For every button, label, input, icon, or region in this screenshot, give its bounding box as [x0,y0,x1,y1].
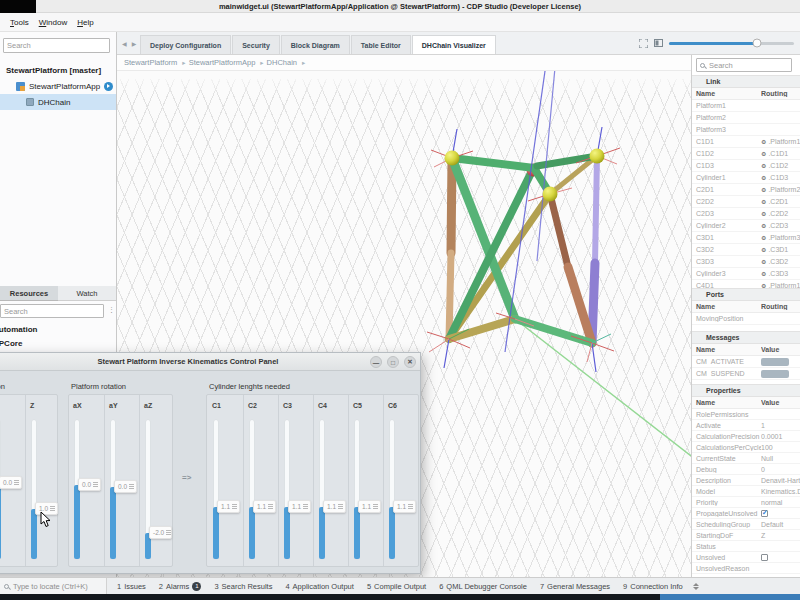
editor-tab[interactable]: Security [232,35,280,54]
panes-expand-icon[interactable] [693,583,699,590]
editor-tab[interactable]: DHChain Visualizer [412,35,496,54]
slider-handle[interactable]: 1.1 [323,500,346,513]
property-row[interactable]: UnsolvedReason [692,563,800,574]
dialog-titlebar[interactable]: Stewart Platform Inverse Kinematics Cont… [0,353,420,371]
property-row[interactable]: StartingDoF Z [692,530,800,541]
checkbox[interactable] [761,554,768,561]
minimize-icon[interactable]: — [370,356,382,368]
table-row[interactable]: Platform3 ⚙ [692,124,800,136]
table-row[interactable]: C1D2 ⚙.C1D1 [692,148,800,160]
editor-tab[interactable]: Table Editor [351,35,411,54]
editor-tab[interactable]: Block Diagram [281,35,350,54]
table-row[interactable]: C3D3 ⚙.C3D2 [692,256,800,268]
property-row[interactable]: Activate 1 [692,420,800,431]
table-row[interactable]: C4D1 ⚙.Platform1 [692,280,800,288]
property-row[interactable]: Debug 0 [692,464,800,475]
property-row[interactable]: CalculationPrecision 0.0001 [692,431,800,442]
table-row[interactable]: C1D3 ⚙.C1D2 [692,160,800,172]
property-row[interactable]: RolePermissions [692,409,800,420]
property-row[interactable]: Unsolved [692,552,800,563]
viewer-zoom-slider[interactable] [669,42,794,45]
table-row[interactable]: Cylinder2 ⚙.C2D3 [692,220,800,232]
output-pane-button[interactable]: 4Application Output [285,582,353,591]
section-header-messages[interactable]: Messages [692,331,800,344]
resource-item[interactable]: CPCore [0,336,116,350]
property-row[interactable]: Model Kinematics.D [692,486,800,497]
table-row[interactable]: MovingPosition [692,313,800,325]
property-row[interactable]: CalculationsPerCycle 100 [692,442,800,453]
property-row[interactable]: SchedulingGroup Default [692,519,800,530]
property-row[interactable]: Status [692,541,800,552]
resource-item[interactable]: Automation [0,322,116,336]
tabs-scroll-left-icon[interactable]: ◀ [122,40,127,47]
table-row[interactable]: Cylinder3 ⚙.C3D3 [692,268,800,280]
slider-track[interactable] [390,420,394,559]
breadcrumb-item[interactable]: StewartPlatform [124,58,186,67]
menu-item[interactable]: Help [77,18,93,27]
menu-item[interactable]: Window [39,18,67,27]
slider-track[interactable] [320,420,324,559]
slider-track[interactable] [250,420,254,559]
options-dots-icon[interactable]: ⋮ [108,306,116,314]
slider-handle[interactable]: 1.1 [393,500,416,513]
table-row[interactable]: Platform1 ⚙ [692,100,800,112]
output-pane-button[interactable]: 7General Messages [540,582,610,591]
property-row[interactable]: PropagateUnsolved [692,508,800,519]
sidebar-search-input[interactable] [3,38,110,53]
section-header-ports[interactable]: Ports [692,288,800,301]
zoom-slider-handle[interactable] [752,39,761,48]
table-row[interactable]: Cylinder1 ⚙.C1D3 [692,172,800,184]
close-icon[interactable]: ✕ [404,356,416,368]
table-row[interactable]: C3D2 ⚙.C3D1 [692,244,800,256]
slider-track[interactable] [285,420,289,559]
inspector-search-input[interactable] [696,58,792,72]
panel-tab[interactable]: Resources [0,286,58,301]
tabs-scroll-right-icon[interactable]: ▶ [132,40,137,47]
table-row[interactable]: Platform2 ⚙ [692,112,800,124]
output-pane-button[interactable]: 1Issues [117,582,146,591]
output-pane-button[interactable]: 6QML Debugger Console [439,582,527,591]
table-row[interactable]: C2D1 ⚙.Platform2 [692,184,800,196]
invoke-message-button[interactable] [761,358,789,366]
table-row[interactable]: C1D1 ⚙.Platform1 [692,136,800,148]
editor-tab[interactable]: Deploy Configuration [140,35,231,54]
slider-handle[interactable]: 0.0 [78,478,101,491]
slider-handle[interactable]: 0.0 [0,476,22,489]
invoke-message-button[interactable] [761,370,789,378]
slider-handle[interactable]: 1.1 [288,500,311,513]
table-row[interactable]: CM_SUSPEND [692,368,800,380]
section-header-link[interactable]: Link [692,75,800,88]
property-row[interactable]: CurrentState Null [692,453,800,464]
slider-handle[interactable]: 1.1 [358,500,381,513]
slider-track[interactable] [355,420,359,559]
maximize-icon[interactable]: □ [387,356,399,368]
slider-handle[interactable]: 1.1 [253,500,276,513]
property-row[interactable]: Priority normal [692,497,800,508]
slider-handle[interactable]: 0.0 [114,480,137,493]
table-row[interactable]: C2D3 ⚙.C2D2 [692,208,800,220]
table-row[interactable]: CM_ACTIVATE [692,356,800,368]
checkbox[interactable] [761,510,768,517]
output-pane-button[interactable]: 5Compile Output [367,582,426,591]
breadcrumb-item[interactable]: DHChain [267,58,306,67]
breadcrumb-item[interactable]: StewartPlatformApp [189,58,264,67]
resources-search-input[interactable] [0,304,104,318]
slider-handle[interactable]: 1.1 [217,500,240,513]
tree-item-project[interactable]: StewartPlatform [master] [0,62,116,78]
tree-item-dhchain[interactable]: DHChain [0,94,116,110]
property-row[interactable]: Description Denavit-Hart [692,475,800,486]
slider-track[interactable] [32,420,36,559]
table-row[interactable]: C3D1 ⚙.Platform3 [692,232,800,244]
output-pane-button[interactable]: 9Connection Info [623,582,683,591]
section-header-properties[interactable]: Properties [692,384,800,397]
panel-tab[interactable]: Watch [58,286,116,301]
slider-track[interactable] [214,420,218,559]
panel-toggle-icon[interactable] [654,39,663,47]
fit-view-icon[interactable] [639,39,648,48]
output-pane-button[interactable]: 2Alarms1 [159,582,202,591]
menu-item[interactable]: Tools [10,18,29,27]
slider-handle[interactable]: -2.0 [149,526,172,539]
tree-item-application[interactable]: StewartPlatformApp [0,78,116,94]
locator-box[interactable]: Type to locate (Ctrl+K) [0,578,107,594]
output-pane-button[interactable]: 3Search Results [214,582,272,591]
